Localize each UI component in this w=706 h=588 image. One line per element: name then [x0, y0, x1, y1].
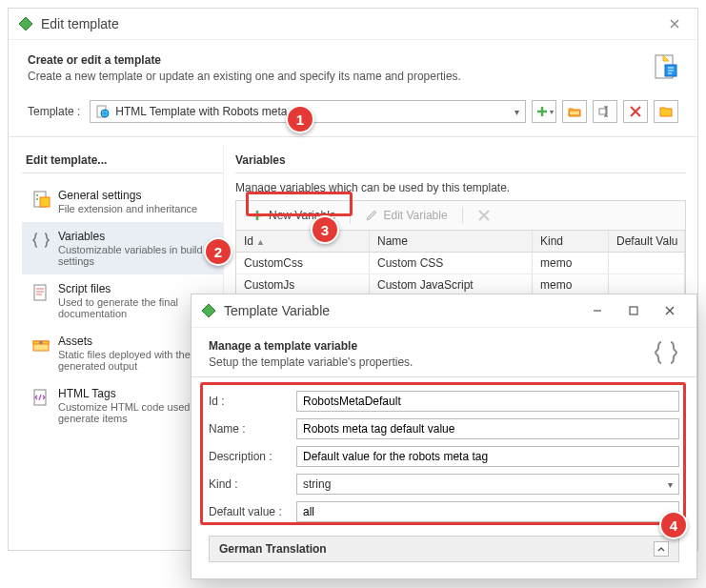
- braces-icon: [31, 231, 50, 250]
- description-label: Description :: [209, 450, 296, 463]
- description-field[interactable]: [296, 446, 679, 467]
- minimize-icon: [593, 306, 602, 315]
- template-selector-row: Template : HTML Template with Robots met…: [9, 92, 697, 137]
- chevron-down-icon: ▾: [668, 479, 673, 490]
- folder-open-icon: [568, 105, 581, 118]
- svg-point-9: [36, 198, 38, 200]
- main-close-button[interactable]: [661, 14, 688, 33]
- delete-variable-button[interactable]: [469, 205, 499, 226]
- callout-4: 4: [659, 511, 688, 539]
- kind-combo[interactable]: string ▾: [296, 474, 679, 495]
- plus-icon: [251, 209, 264, 222]
- pane-subtitle: Manage variables which can be used by th…: [235, 181, 686, 194]
- open-folder-button[interactable]: [562, 100, 587, 123]
- col-kind[interactable]: Kind: [533, 231, 609, 252]
- folder-icon: [659, 105, 673, 118]
- template-label: Template :: [28, 105, 80, 118]
- modal-form: Id : Name : Description : Kind : string …: [192, 379, 696, 574]
- world-doc-icon: [96, 105, 110, 118]
- svg-point-8: [36, 194, 38, 196]
- modal-header-title: Manage a template variable: [209, 339, 641, 353]
- template-diamond-icon: [201, 303, 216, 318]
- id-label: Id :: [209, 395, 296, 408]
- main-titlebar: Edit template: [9, 9, 697, 40]
- edit-variable-button[interactable]: Edit Variable: [356, 205, 455, 226]
- variables-toolbar: New Variable Edit Variable: [235, 200, 686, 231]
- dropdown-arrow-icon: ▾: [550, 108, 554, 116]
- template-diamond-icon: [18, 16, 33, 31]
- add-template-button[interactable]: ▾: [532, 100, 556, 123]
- default-value-label: Default value :: [209, 505, 296, 518]
- svg-rect-7: [40, 197, 50, 207]
- chevron-down-icon: ▾: [514, 107, 519, 117]
- script-icon: [31, 283, 50, 302]
- sidebar-title: Edit template...: [22, 153, 223, 167]
- nav-label: Variables: [58, 230, 213, 243]
- col-default[interactable]: Default Valu: [609, 231, 685, 252]
- header-title: Create or edit a template: [28, 53, 640, 67]
- name-field[interactable]: [296, 418, 679, 439]
- sort-asc-icon: ▲: [256, 237, 265, 247]
- sidebar-item-variables[interactable]: VariablesCustomizable variables in build…: [22, 222, 223, 274]
- modal-header: Manage a template variable Setup the tem…: [192, 328, 696, 376]
- col-name[interactable]: Name: [370, 231, 533, 252]
- table-row[interactable]: CustomCss Custom CSS memo: [236, 253, 685, 274]
- maximize-icon: [629, 306, 638, 315]
- nav-label: General settings: [58, 189, 197, 202]
- modal-close-button[interactable]: [653, 300, 687, 321]
- modal-header-sub: Setup the template variable's properties…: [209, 355, 641, 369]
- svg-marker-15: [202, 304, 215, 317]
- delete-template-button[interactable]: [623, 100, 648, 123]
- edit-variable-label: Edit Variable: [383, 209, 447, 222]
- nav-desc: File extension and inheritance: [58, 203, 197, 214]
- callout-2: 2: [204, 237, 232, 266]
- id-field[interactable]: [296, 391, 679, 412]
- close-icon: [665, 306, 675, 315]
- svg-rect-16: [630, 307, 637, 314]
- sidebar-item-general-settings[interactable]: General settingsFile extension and inher…: [22, 181, 223, 222]
- close-icon: [670, 19, 679, 29]
- header-subtitle: Create a new template or update an exist…: [28, 70, 640, 83]
- assets-box-icon: [31, 335, 50, 355]
- callout-1: 1: [286, 105, 314, 133]
- svg-marker-0: [19, 17, 32, 30]
- col-id[interactable]: Id▲: [236, 231, 370, 252]
- modal-titlebar: Template Variable: [192, 294, 696, 328]
- plus-icon: [535, 105, 549, 118]
- svg-rect-13: [39, 341, 43, 344]
- main-title: Edit template: [41, 16, 661, 31]
- minimize-button[interactable]: [580, 300, 615, 321]
- chevron-up-icon: [657, 545, 665, 553]
- german-translation-section[interactable]: German Translation: [209, 536, 679, 562]
- kind-value: string: [303, 477, 331, 491]
- svg-rect-10: [34, 285, 46, 300]
- name-label: Name :: [209, 422, 296, 436]
- template-variable-dialog: Template Variable Manage a template vari…: [191, 294, 697, 579]
- kind-label: Kind :: [209, 477, 296, 491]
- section-title: German Translation: [219, 542, 327, 556]
- main-header: Create or edit a template Create a new t…: [9, 40, 697, 92]
- rename-template-button[interactable]: [593, 100, 617, 123]
- table-header: Id▲ Name Kind Default Valu: [236, 231, 685, 253]
- rename-icon: [598, 105, 612, 118]
- modal-title: Template Variable: [224, 303, 580, 318]
- pencil-icon: [365, 209, 378, 222]
- pane-title: Variables: [235, 153, 686, 167]
- settings-sheet-icon: [31, 190, 50, 209]
- nav-desc: Customizable variables in build settings: [58, 244, 213, 267]
- html-tags-icon: [31, 388, 50, 407]
- callout-3: 3: [311, 215, 339, 244]
- maximize-button[interactable]: [616, 300, 651, 321]
- collapse-button[interactable]: [654, 541, 669, 557]
- browse-folder-button[interactable]: [654, 100, 678, 123]
- delete-x-icon: [630, 106, 641, 117]
- template-doc-icon: [652, 53, 678, 80]
- braces-large-icon: [653, 339, 679, 366]
- default-value-field[interactable]: [296, 501, 679, 522]
- delete-x-icon: [477, 209, 491, 222]
